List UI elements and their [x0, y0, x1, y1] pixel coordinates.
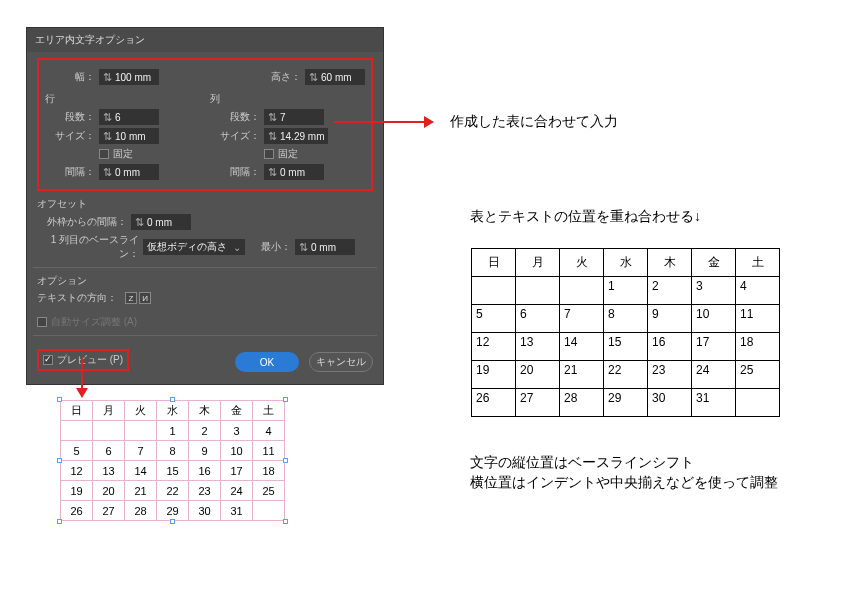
stepper-icon: ⇅	[103, 70, 112, 84]
cols-size-label: サイズ：	[210, 129, 260, 143]
calendar-cell: 3	[221, 421, 253, 441]
calendar-cell: 21	[560, 361, 604, 389]
area-type-options-dialog: エリア内文字オプション 幅： ⇅100 mm 高さ： ⇅60 mm 行 段数： …	[26, 27, 384, 385]
rows-fixed-checkbox[interactable]	[99, 149, 109, 159]
calendar-header-cell: 火	[125, 401, 157, 421]
calendar-cell: 31	[221, 501, 253, 521]
stepper-icon: ⇅	[299, 240, 308, 254]
calendar-cell: 29	[157, 501, 189, 521]
height-input[interactable]: ⇅60 mm	[305, 69, 365, 85]
calendar-row: 1234	[61, 421, 285, 441]
calendar-cell: 30	[648, 389, 692, 417]
stepper-icon: ⇅	[309, 70, 318, 84]
stepper-icon: ⇅	[103, 110, 112, 124]
calendar-cell: 15	[604, 333, 648, 361]
calendar-cell: 27	[93, 501, 125, 521]
cols-size-input[interactable]: ⇅14.29 mm	[264, 128, 328, 144]
calendar-row: 12131415161718	[472, 333, 780, 361]
calendar-header-cell: 火	[560, 249, 604, 277]
textdir-horizontal-icon: Z	[125, 292, 137, 304]
outer-margin-input[interactable]: ⇅0 mm	[131, 214, 191, 230]
calendar-cell: 17	[221, 461, 253, 481]
autosize-checkbox	[37, 317, 47, 327]
calendar-cell: 15	[157, 461, 189, 481]
calendar-row: 1234	[472, 277, 780, 305]
calendar-cell	[253, 501, 285, 521]
calendar-header-cell: 木	[189, 401, 221, 421]
cancel-button[interactable]: キャンセル	[309, 352, 373, 372]
width-input[interactable]: ⇅100 mm	[99, 69, 159, 85]
baseline-select[interactable]: 仮想ボディの高さ⌄	[143, 239, 245, 255]
calendar-cell	[93, 421, 125, 441]
rows-count-input[interactable]: ⇅6	[99, 109, 159, 125]
annotation-baseline: 文字の縦位置はベースラインシフト	[470, 454, 694, 472]
calendar-cell	[736, 389, 780, 417]
cols-fixed-checkbox[interactable]	[264, 149, 274, 159]
calendar-cell: 26	[61, 501, 93, 521]
calendar-cell: 20	[516, 361, 560, 389]
selection-handle[interactable]	[283, 397, 288, 402]
calendar-cell	[516, 277, 560, 305]
calendar-cell: 8	[604, 305, 648, 333]
calendar-cell: 12	[472, 333, 516, 361]
cols-gap-input[interactable]: ⇅0 mm	[264, 164, 324, 180]
baseline-min-input[interactable]: ⇅0 mm	[295, 239, 355, 255]
selection-handle[interactable]	[283, 458, 288, 463]
calendar-cell: 31	[692, 389, 736, 417]
selection-handle[interactable]	[283, 519, 288, 524]
calendar-cell: 2	[648, 277, 692, 305]
text-direction-toggle[interactable]: Z И	[125, 292, 151, 304]
annotation-indent: 横位置はインデントや中央揃えなどを使って調整	[470, 474, 778, 492]
chevron-down-icon: ⌄	[233, 242, 241, 253]
calendar-row: 567891011	[61, 441, 285, 461]
calendar-header-cell: 木	[648, 249, 692, 277]
rows-gap-input[interactable]: ⇅0 mm	[99, 164, 159, 180]
rows-size-label: サイズ：	[45, 129, 95, 143]
calendar-cell: 17	[692, 333, 736, 361]
calendar-cell: 20	[93, 481, 125, 501]
calendar-cell: 5	[61, 441, 93, 461]
calendar-cell: 19	[472, 361, 516, 389]
calendar-cell: 14	[560, 333, 604, 361]
ok-button[interactable]: OK	[235, 352, 299, 372]
calendar-row: 262728293031	[61, 501, 285, 521]
calendar-cell: 5	[472, 305, 516, 333]
selection-handle[interactable]	[57, 519, 62, 524]
stepper-icon: ⇅	[135, 215, 144, 229]
calendar-cell: 18	[736, 333, 780, 361]
rows-gap-label: 間隔：	[45, 165, 95, 179]
calendar-header-cell: 月	[516, 249, 560, 277]
calendar-cell: 21	[125, 481, 157, 501]
calendar-cell: 26	[472, 389, 516, 417]
calendar-cell: 16	[189, 461, 221, 481]
calendar-cell: 18	[253, 461, 285, 481]
rows-section-title: 行	[45, 92, 200, 106]
outer-margin-label: 外枠からの間隔：	[37, 215, 127, 229]
cols-count-input[interactable]: ⇅7	[264, 109, 324, 125]
selection-handle[interactable]	[57, 397, 62, 402]
cols-fixed-label: 固定	[278, 147, 298, 161]
selection-handle[interactable]	[57, 458, 62, 463]
preview-checkbox[interactable]	[43, 355, 53, 365]
selection-handle[interactable]	[170, 397, 175, 402]
calendar-cell: 1	[604, 277, 648, 305]
calendar-header-cell: 金	[221, 401, 253, 421]
calendar-cell: 7	[125, 441, 157, 461]
calendar-cell: 2	[189, 421, 221, 441]
autosize-label: 自動サイズ調整 (A)	[51, 315, 137, 329]
rows-fixed-label: 固定	[113, 147, 133, 161]
calendar-cell: 6	[516, 305, 560, 333]
calendar-cell: 23	[189, 481, 221, 501]
calendar-cell	[61, 421, 93, 441]
baseline-min-label: 最小：	[255, 240, 291, 254]
svg-marker-1	[424, 116, 434, 128]
calendar-header-cell: 金	[692, 249, 736, 277]
calendar-cell: 9	[189, 441, 221, 461]
cols-gap-label: 間隔：	[210, 165, 260, 179]
calendar-cell: 9	[648, 305, 692, 333]
calendar-cell: 22	[604, 361, 648, 389]
stepper-icon: ⇅	[268, 165, 277, 179]
calendar-row: 262728293031	[472, 389, 780, 417]
rows-size-input[interactable]: ⇅10 mm	[99, 128, 159, 144]
selection-handle[interactable]	[170, 519, 175, 524]
